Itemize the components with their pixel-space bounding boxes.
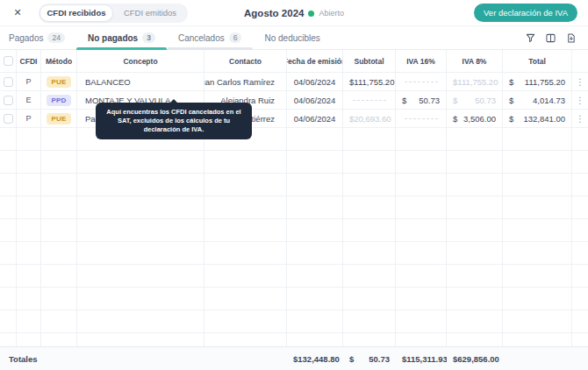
metodo-badge: PPD	[47, 95, 70, 106]
totals-subtotal: $132,448.80	[287, 347, 343, 370]
total-cell: $132,841.00	[503, 110, 572, 128]
iva-8-cell: $111,755.20	[447, 73, 503, 91]
metodo-cell: PUE	[41, 110, 77, 128]
filter-tab-cancelados[interactable]: Cancelados 6	[167, 26, 254, 49]
header-iva-16: IVA 16%	[396, 50, 447, 73]
cfdi-type-cell: P	[17, 110, 41, 128]
count-badge: 24	[47, 32, 64, 43]
amount-value: 3,506.00	[463, 114, 496, 124]
row-checkbox[interactable]	[4, 114, 13, 124]
totals-total: $629,856.00	[447, 347, 503, 370]
empty-column-cell	[503, 128, 572, 346]
empty-column-cell	[17, 128, 41, 346]
totals-label: Totales	[0, 347, 287, 370]
filter-tab-no-pagados[interactable]: No pagados 3	[76, 26, 167, 49]
topbar: ✕ CFDI recibidos CFDI emitidos Agosto 20…	[0, 0, 588, 26]
status-badge: Abierto	[319, 9, 344, 18]
table-toolbar-icons	[526, 26, 588, 49]
subtotal-cell: $20,693.60	[343, 110, 396, 128]
tab-cfdi-recibidos[interactable]: CFDI recibidos	[39, 4, 113, 22]
filter-tab-label: No deducibles	[264, 33, 319, 43]
fecha-emision-cell: 04/06/2024	[287, 110, 343, 128]
empty-column-cell	[287, 128, 343, 346]
header-checkbox-cell	[0, 50, 17, 73]
empty-column-cell	[343, 128, 396, 346]
filter-icon[interactable]	[526, 33, 535, 43]
subtotal-cell	[343, 91, 396, 110]
count-badge: 6	[229, 32, 242, 43]
iva-16-cell	[396, 110, 447, 128]
empty-column-cell	[77, 128, 204, 346]
filter-tab-label: No pagados	[88, 33, 138, 43]
filter-tab-label: Pagados	[9, 33, 43, 43]
period-title: Agosto 2024	[244, 8, 304, 18]
amount-value: 111,755.20	[457, 77, 498, 87]
empty-amount-dash	[405, 82, 438, 82]
cfdi-type-cell: E	[17, 91, 41, 110]
currency-symbol: $	[349, 354, 354, 364]
ver-declaracion-iva-button[interactable]: Ver declaración de IVA	[474, 4, 577, 22]
empty-amount-dash	[405, 118, 438, 119]
empty-column-cell	[572, 128, 588, 346]
row-menu-icon[interactable]: ⋮	[572, 73, 588, 91]
table-body: P PUE BALANCEO Juan Carlos Ramírez 04/06…	[0, 73, 588, 128]
header-cfdi: CFDI	[17, 50, 41, 73]
concepto-cell: BALANCEO	[77, 73, 204, 91]
total-cell: $4,014.73	[503, 91, 572, 110]
totals-iva-16: $50.73	[343, 347, 396, 370]
currency-symbol: $	[402, 96, 406, 105]
iva-16-cell: $50.73	[396, 91, 447, 110]
row-checkbox[interactable]	[4, 96, 13, 105]
fecha-emision-cell: 04/06/2024	[287, 91, 343, 110]
filter-tab-no-deducibles[interactable]: No deducibles	[253, 26, 331, 49]
currency-symbol: $	[509, 96, 513, 105]
empty-column-cell	[41, 128, 77, 346]
total-cell: $111,755.20	[503, 73, 572, 91]
empty-column-cell	[0, 128, 17, 346]
currency-symbol: $	[453, 96, 457, 105]
columns-icon[interactable]	[546, 33, 556, 43]
totals-iva-8: $115,311.93	[396, 347, 447, 370]
select-all-checkbox[interactable]	[4, 56, 13, 66]
row-menu-icon[interactable]: ⋮	[572, 91, 588, 110]
amount-value: 20,693.60	[354, 114, 391, 124]
empty-grid	[0, 128, 588, 346]
row-checkbox[interactable]	[4, 77, 13, 87]
cfdi-view-switcher: CFDI recibidos CFDI emitidos	[39, 4, 188, 23]
amount-value: 50.73	[475, 96, 496, 105]
empty-column-cell	[396, 128, 447, 346]
header-total: Total	[503, 50, 572, 73]
currency-symbol: $	[453, 114, 457, 124]
metodo-badge: PUE	[47, 76, 70, 88]
table-row: E PPD MONTAJE Y VALVULA Alejandra Ruiz 0…	[0, 91, 588, 110]
subtotal-cell: $111,755.20	[343, 73, 396, 91]
header-fecha-emision: Fecha de emisión	[287, 50, 343, 73]
header-concepto: Concepto	[77, 50, 204, 73]
iva-8-cell: $3,506.00	[447, 110, 503, 128]
row-menu-icon[interactable]: ⋮	[572, 110, 588, 128]
amount-value: 4,014.73	[533, 96, 565, 105]
currency-symbol: $	[509, 114, 513, 124]
table-row: P PUE BALANCEO Juan Carlos Ramírez 04/06…	[0, 73, 588, 91]
row-checkbox-cell	[0, 110, 17, 128]
empty-column-cell	[204, 128, 287, 346]
count-badge: 3	[142, 32, 155, 43]
close-icon[interactable]: ✕	[11, 6, 25, 20]
header-metodo: Método	[41, 50, 77, 73]
filter-tab-label: Cancelados	[178, 33, 225, 43]
amount-value: 111,755.20	[525, 77, 565, 87]
header-iva-8: IVA 8%	[447, 50, 503, 73]
empty-amount-dash	[353, 100, 386, 101]
cfdi-table: Aquí encuentras los CFDI cancelados en e…	[0, 50, 588, 370]
filter-tab-pagados[interactable]: Pagados 24	[0, 26, 76, 49]
amount-value: 132,841.00	[523, 114, 565, 124]
iva-8-cell: $50.73	[447, 91, 503, 110]
cfdi-window: ✕ CFDI recibidos CFDI emitidos Agosto 20…	[0, 0, 588, 370]
metodo-cell: PPD	[41, 91, 77, 110]
header-actions	[572, 50, 588, 73]
cfdi-type-cell: P	[17, 73, 41, 91]
tab-cfdi-emitidos[interactable]: CFDI emitidos	[113, 4, 187, 22]
metodo-badge: PUE	[47, 113, 70, 125]
export-icon[interactable]	[566, 33, 576, 43]
iva-16-cell	[396, 73, 447, 91]
